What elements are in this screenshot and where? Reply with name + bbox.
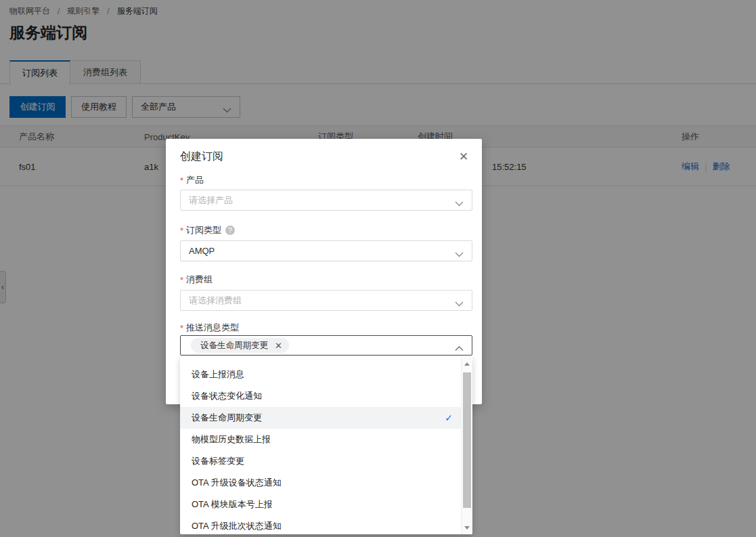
chevron-down-icon	[455, 249, 464, 259]
option-list: 设备上报消息 设备状态变化通知 设备生命周期变更 ✓ 物模型历史数据上报 设备标…	[180, 357, 461, 534]
consumer-group-label-text: 消费组	[186, 274, 213, 286]
selected-tag: 设备生命周期变更 ✕	[191, 338, 289, 353]
push-type-field-label: * 推送消息类型	[180, 322, 239, 334]
option-device-tag-change[interactable]: 设备标签变更	[180, 450, 461, 472]
required-mark: *	[180, 225, 183, 236]
option-label: 设备生命周期变更	[192, 412, 262, 424]
option-tsl-history[interactable]: 物模型历史数据上报	[180, 429, 461, 450]
scroll-down-icon[interactable]	[462, 522, 472, 533]
product-select-placeholder: 请选择产品	[189, 194, 233, 207]
tag-remove-icon[interactable]: ✕	[275, 341, 282, 350]
option-ota-module-version[interactable]: OTA 模块版本号上报	[180, 494, 461, 515]
check-icon: ✓	[445, 412, 453, 423]
consumer-group-field-label: * 消费组	[180, 274, 213, 286]
push-type-label-text: 推送消息类型	[186, 322, 239, 334]
consumer-group-select-placeholder: 请选择消费组	[189, 295, 242, 307]
chevron-down-icon	[455, 299, 464, 309]
iot-platform-page: 物联网平台 / 规则引擎 / 服务端订阅 服务端订阅 订阅列表 消费组列表 创建…	[0, 0, 756, 537]
required-mark: *	[180, 275, 183, 285]
option-device-upstream[interactable]: 设备上报消息	[180, 364, 461, 385]
scroll-up-icon[interactable]	[462, 358, 472, 369]
chevron-down-icon	[455, 198, 464, 209]
sub-type-label-text: 订阅类型	[186, 224, 221, 236]
push-type-multiselect[interactable]: 设备生命周期变更 ✕	[180, 335, 472, 356]
scrollbar-thumb[interactable]	[463, 372, 471, 508]
option-device-lifecycle[interactable]: 设备生命周期变更 ✓	[180, 407, 461, 429]
required-mark: *	[180, 323, 183, 333]
required-mark: *	[180, 175, 183, 186]
close-icon[interactable]: ✕	[455, 148, 472, 165]
option-ota-device-status[interactable]: OTA 升级设备状态通知	[180, 472, 461, 494]
option-ota-batch-status[interactable]: OTA 升级批次状态通知	[180, 515, 461, 534]
chevron-up-icon	[455, 343, 464, 353]
consumer-group-select[interactable]: 请选择消费组	[180, 290, 472, 311]
help-icon[interactable]: ?	[225, 225, 235, 235]
option-device-status-change[interactable]: 设备状态变化通知	[180, 385, 461, 407]
sub-type-field-label: * 订阅类型 ?	[180, 224, 235, 236]
push-type-dropdown-panel: 设备上报消息 设备状态变化通知 设备生命周期变更 ✓ 物模型历史数据上报 设备标…	[180, 357, 472, 534]
sub-type-select[interactable]: AMQP	[180, 240, 472, 261]
dialog-title: 创建订阅	[180, 150, 223, 164]
dropdown-scrollbar[interactable]	[461, 357, 472, 534]
product-field-label: * 产品	[180, 174, 204, 186]
product-label-text: 产品	[186, 174, 204, 186]
product-select[interactable]: 请选择产品	[180, 190, 472, 211]
selected-tag-label: 设备生命周期变更	[200, 340, 268, 351]
sub-type-select-value: AMQP	[189, 246, 215, 256]
